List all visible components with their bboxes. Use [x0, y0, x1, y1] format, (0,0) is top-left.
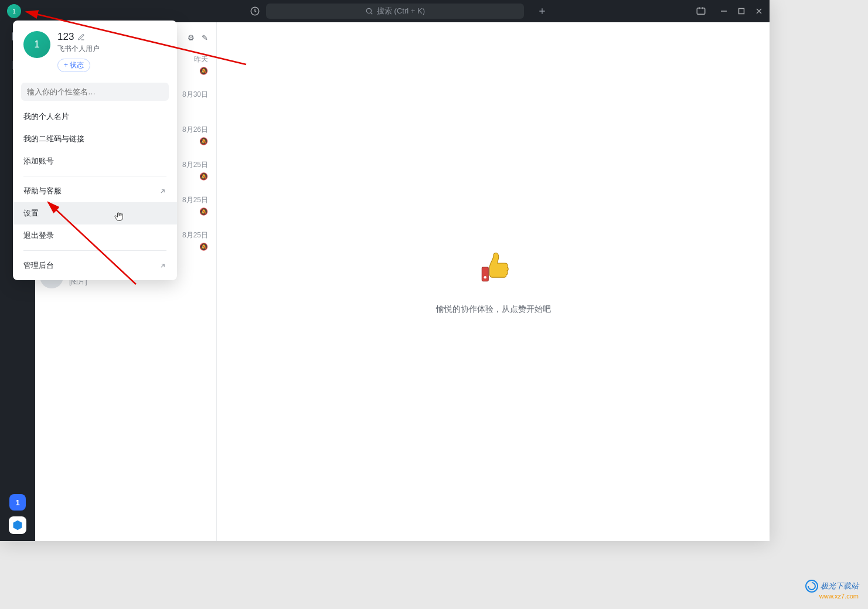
svg-point-6	[484, 275, 486, 278]
window-controls	[720, 8, 763, 15]
avatar-initial: 1	[12, 8, 16, 15]
thumbs-up-icon	[473, 249, 514, 290]
svg-point-1	[366, 8, 371, 13]
mute-icon: 🔕	[199, 207, 208, 216]
menu-profile-card[interactable]: 我的个人名片	[13, 106, 177, 128]
sidebar-badge[interactable]: 1	[9, 494, 26, 511]
search-placeholder: 搜索 (Ctrl + K)	[377, 6, 425, 16]
svg-rect-2	[697, 8, 705, 15]
watermark-logo-icon	[805, 580, 818, 593]
search-icon	[365, 7, 373, 15]
menu-help[interactable]: 帮助与客服	[13, 180, 177, 202]
profile-popup: 1 123 飞书个人用户 + 状态 我的个人名片 我的二维码与链接 添加账号 帮…	[13, 21, 177, 280]
chat-time: 昨天	[194, 55, 208, 64]
chat-time: 8月25日	[182, 195, 208, 205]
mute-icon: 🔕	[199, 243, 208, 251]
minimize-button[interactable]	[720, 8, 727, 15]
search-input[interactable]: 搜索 (Ctrl + K)	[266, 4, 524, 19]
watermark: 极光下载站 www.xz7.com	[805, 580, 859, 600]
chat-time: 8月30日	[182, 90, 208, 100]
menu-qrcode-link[interactable]: 我的二维码与链接	[13, 128, 177, 150]
mute-icon: 🔕	[199, 67, 208, 75]
filter-icon[interactable]: ⚙	[188, 33, 195, 42]
popup-username: 123	[57, 31, 100, 43]
app-launcher-icon[interactable]	[9, 516, 26, 534]
tool-icon[interactable]	[696, 6, 706, 16]
status-button[interactable]: + 状态	[57, 59, 90, 72]
chat-time: 8月25日	[182, 230, 208, 240]
main-panel: 愉悦的协作体验，从点赞开始吧	[217, 22, 770, 541]
edit-icon[interactable]	[77, 33, 85, 41]
menu-logout[interactable]: 退出登录	[13, 224, 177, 247]
signature-input[interactable]	[21, 83, 169, 101]
menu-settings[interactable]: 设置	[13, 202, 177, 224]
svg-rect-3	[739, 9, 744, 14]
svg-rect-5	[482, 267, 488, 281]
titlebar: 1 搜索 (Ctrl + K)	[0, 0, 770, 22]
mute-icon: 🔕	[199, 137, 208, 145]
main-tagline: 愉悦的协作体验，从点赞开始吧	[436, 304, 551, 315]
avatar-button[interactable]: 1	[7, 4, 21, 18]
chat-time: 8月26日	[182, 125, 208, 135]
popup-subtitle: 飞书个人用户	[57, 44, 100, 54]
new-chat-icon[interactable]: ✎	[202, 33, 208, 42]
external-icon	[159, 262, 166, 270]
popup-avatar[interactable]: 1	[23, 31, 50, 58]
new-button[interactable]	[535, 4, 550, 19]
maximize-button[interactable]	[738, 8, 745, 15]
menu-add-account[interactable]: 添加账号	[13, 150, 177, 172]
chat-time: 8月25日	[182, 160, 208, 170]
watermark-url: www.xz7.com	[819, 593, 859, 600]
external-icon	[159, 188, 166, 195]
close-button[interactable]	[755, 8, 763, 15]
mute-icon: 🔕	[199, 172, 208, 181]
watermark-brand: 极光下载站	[821, 581, 859, 591]
menu-admin[interactable]: 管理后台	[13, 254, 177, 277]
history-icon[interactable]	[250, 6, 260, 16]
